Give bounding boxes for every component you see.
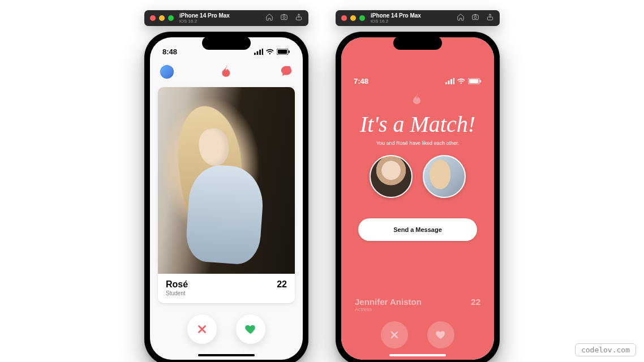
svg-point-12 [474,16,476,19]
window-traffic-lights [150,15,174,21]
home-icon[interactable] [265,13,273,23]
like-button[interactable] [236,314,265,344]
svg-point-1 [283,16,285,19]
match-avatar-them [423,155,466,198]
bg-profile-role: Actress [355,307,422,312]
simulator-titlebar: iPhone 14 Pro Max iOS 16.2 [336,10,500,26]
svg-rect-0 [281,15,287,20]
bg-profile-age: 22 [471,297,480,312]
tinder-logo-icon [411,92,424,107]
profile-photo [158,87,295,274]
status-time: 8:48 [162,48,177,56]
profile-avatar-button[interactable] [160,65,174,79]
profile-age: 22 [277,279,287,290]
svg-rect-9 [289,50,290,53]
svg-rect-20 [480,80,481,83]
home-indicator[interactable] [198,354,255,356]
svg-point-10 [287,66,290,70]
svg-rect-8 [278,49,287,53]
home-icon[interactable] [457,13,465,23]
nope-button[interactable] [187,314,217,344]
cellular-icon [445,78,455,84]
svg-rect-11 [473,15,479,20]
zoom-window-dot[interactable] [168,15,174,21]
close-window-dot[interactable] [150,15,156,21]
minimize-window-dot[interactable] [350,15,356,21]
tinder-logo-icon [220,63,234,80]
match-title: It's a Match! [360,113,475,136]
status-bar: 7:48 [341,67,494,92]
profile-role: Student [166,290,188,296]
profile-card[interactable]: Rosé Student 22 [158,87,295,303]
window-traffic-lights [341,15,365,21]
simulator-device-name: iPhone 14 Pro Max [371,13,421,19]
battery-icon [277,49,290,55]
simulator-os: iOS 16.2 [371,19,421,24]
simulator-os: iOS 16.2 [179,19,230,24]
screenshot-icon[interactable] [280,13,288,23]
close-window-dot[interactable] [341,15,347,21]
phone-frame-a: 8:48 [144,32,308,362]
messages-button[interactable] [280,64,293,79]
svg-rect-16 [450,79,452,84]
dynamic-island [393,36,442,50]
svg-rect-4 [257,51,259,54]
screenshot-icon[interactable] [471,13,479,23]
phone-frame-b: 7:48 It's a Match! You and Rosé have lik… [336,32,500,362]
share-icon[interactable] [295,13,303,23]
cellular-icon [254,49,264,55]
svg-rect-19 [469,79,478,83]
svg-rect-6 [262,49,264,55]
simulator-titlebar: iPhone 14 Pro Max iOS 16.2 [144,10,308,26]
bg-profile-name: Jennifer Aniston [355,297,422,307]
nope-button-ghost [381,321,408,348]
dynamic-island [202,36,251,50]
match-overlay: 7:48 It's a Match! You and Rosé have lik… [341,37,494,360]
watermark: codelov.com [575,343,636,356]
like-button-ghost [427,321,454,348]
svg-rect-14 [445,82,447,84]
wifi-icon [265,49,274,55]
match-subtitle: You and Rosé have liked each other. [376,140,459,146]
simulator-device-name: iPhone 14 Pro Max [179,13,230,19]
send-message-label: Send a Message [393,226,442,233]
home-indicator[interactable] [389,354,446,356]
send-message-button[interactable]: Send a Message [358,218,478,241]
background-card-meta: Jennifer Aniston Actress 22 [355,297,480,312]
svg-rect-5 [259,49,261,54]
svg-rect-17 [453,78,455,84]
wifi-icon [457,78,466,84]
match-avatar-you [370,155,413,198]
svg-rect-3 [254,53,256,55]
minimize-window-dot[interactable] [159,15,165,21]
battery-icon [468,78,482,84]
status-time: 7:48 [354,77,368,85]
svg-rect-15 [448,80,450,84]
share-icon[interactable] [486,13,494,23]
profile-name: Rosé [166,279,188,290]
zoom-window-dot[interactable] [359,15,365,21]
